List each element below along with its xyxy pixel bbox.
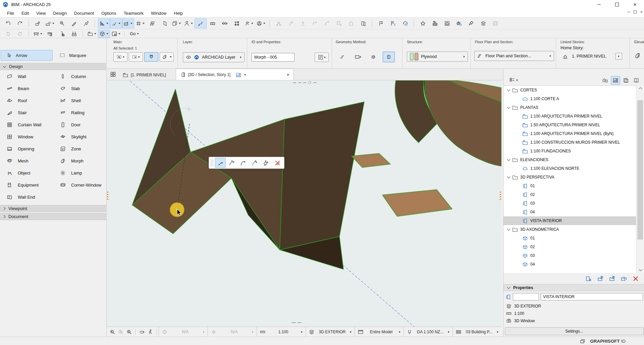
tree-row[interactable]: 01 bbox=[503, 182, 636, 190]
tree-row[interactable]: 1:100 CORTE A bbox=[503, 94, 636, 103]
scroll-down-icon[interactable] bbox=[636, 267, 644, 273]
toolbar-button[interactable] bbox=[285, 18, 297, 28]
toolbar-button[interactable] bbox=[2, 30, 14, 38]
design-tool-button[interactable]: Curtain Wall bbox=[0, 119, 53, 131]
status-option-segment[interactable]: N/A bbox=[159, 327, 208, 337]
dropdown-arrow-icon[interactable] bbox=[130, 23, 132, 24]
document-tab[interactable]: [3D / Selection, Story 1] × bbox=[176, 69, 294, 80]
design-tool-button[interactable]: Railing bbox=[53, 107, 107, 119]
design-tool-button[interactable]: Equipment bbox=[0, 179, 53, 191]
design-tool-button[interactable]: Window bbox=[0, 131, 53, 143]
menu-item[interactable]: Document bbox=[70, 9, 98, 17]
bottom-mini-control[interactable] bbox=[292, 322, 302, 323]
status-tool-button[interactable] bbox=[108, 328, 116, 336]
menu-item[interactable]: Help bbox=[170, 9, 186, 17]
status-option-segment[interactable]: N/A bbox=[208, 327, 257, 337]
toolbar-button[interactable] bbox=[122, 18, 134, 28]
expander-icon[interactable] bbox=[507, 227, 511, 231]
toolbar-button[interactable] bbox=[429, 18, 441, 28]
navigator-action-button[interactable] bbox=[620, 275, 628, 283]
editing-plane-mini-control[interactable] bbox=[293, 81, 316, 84]
status-option-segment[interactable]: 3D EXTERIOR bbox=[306, 327, 355, 337]
dropdown-arrow-icon[interactable] bbox=[118, 33, 120, 34]
design-tool-button[interactable]: Slab bbox=[53, 82, 107, 94]
toolbox-section-viewpoint[interactable]: Viewpoint bbox=[0, 205, 107, 212]
design-tool-button[interactable]: Beam bbox=[0, 82, 53, 94]
toolbar-button[interactable] bbox=[357, 18, 369, 28]
dropdown-arrow-icon[interactable] bbox=[40, 33, 42, 34]
toolbar-button[interactable] bbox=[68, 30, 80, 38]
tree-row[interactable]: 01 bbox=[503, 234, 636, 243]
toolbar-button[interactable] bbox=[297, 18, 309, 28]
toolbar-button[interactable] bbox=[44, 18, 56, 28]
toolbar-button[interactable] bbox=[243, 18, 255, 28]
navigator-map-button[interactable] bbox=[611, 76, 620, 85]
settings-button[interactable]: Settings... bbox=[505, 327, 644, 335]
menu-item[interactable]: File bbox=[3, 9, 18, 17]
toolbar-button[interactable] bbox=[32, 30, 44, 38]
main-option-button[interactable] bbox=[144, 52, 158, 62]
story-select-button[interactable] bbox=[615, 53, 622, 60]
toolbar-button[interactable] bbox=[477, 18, 489, 28]
dropdown-arrow-icon[interactable] bbox=[94, 33, 96, 34]
dropdown-arrow-icon[interactable] bbox=[263, 23, 265, 24]
tree-row[interactable]: 02 bbox=[503, 190, 636, 199]
design-tool-button[interactable]: Zone bbox=[53, 143, 107, 155]
toolbar-button[interactable] bbox=[98, 18, 110, 28]
dropdown-arrow-icon[interactable] bbox=[106, 23, 108, 24]
toolbox-section-document[interactable]: Document bbox=[0, 213, 107, 220]
tree-row[interactable]: 3D PERSPECTIVA bbox=[503, 173, 636, 182]
doc-minimize-icon[interactable] bbox=[627, 12, 630, 12]
expander-icon[interactable] bbox=[507, 175, 511, 179]
scrollbar-thumb[interactable] bbox=[637, 100, 643, 239]
minimize-button[interactable] bbox=[590, 0, 608, 9]
select-tool-button[interactable]: Marquee bbox=[54, 50, 106, 61]
menu-item[interactable]: Window bbox=[147, 9, 170, 17]
navigator-action-button[interactable] bbox=[608, 275, 616, 283]
maximize-button[interactable] bbox=[608, 0, 626, 9]
toolbar-button[interactable] bbox=[182, 18, 195, 28]
tree-row[interactable]: 1:100 ARQUITECTURA PRIMER NIVEL (ByN) bbox=[503, 129, 636, 138]
scroll-up-icon[interactable] bbox=[636, 85, 644, 91]
navigator-map-button[interactable] bbox=[632, 76, 641, 85]
toolbar-button[interactable] bbox=[333, 18, 345, 28]
design-tool-button[interactable]: Object bbox=[0, 167, 53, 179]
tree-row[interactable]: 1:50 ARQUITECTURA PRIMER NIVEL bbox=[503, 121, 636, 129]
tree-row[interactable]: 03 bbox=[503, 251, 636, 260]
tab-overflow-control[interactable] bbox=[236, 72, 246, 78]
navigator-map-button[interactable] bbox=[600, 76, 610, 85]
toolbox-section-design[interactable]: Design bbox=[0, 63, 107, 70]
toolbar-button[interactable] bbox=[146, 18, 158, 28]
dropdown-arrow-icon[interactable] bbox=[170, 56, 172, 58]
toolbar-button[interactable] bbox=[80, 18, 92, 28]
toolbar-button[interactable] bbox=[170, 18, 182, 28]
go-menu-button[interactable]: Go bbox=[128, 30, 141, 38]
toolbar-button[interactable] bbox=[387, 18, 399, 28]
view-id-input[interactable] bbox=[513, 293, 539, 300]
design-tool-button[interactable]: Stair bbox=[0, 107, 53, 119]
project-chooser-button[interactable] bbox=[509, 77, 518, 83]
dropdown-arrow-icon[interactable] bbox=[52, 23, 54, 24]
toolbar-button[interactable] bbox=[134, 18, 146, 28]
pet-palette-button[interactable] bbox=[272, 158, 283, 168]
select-tool-button[interactable]: Arrow bbox=[1, 50, 53, 61]
toolbar-button[interactable] bbox=[273, 18, 285, 28]
status-tool-button[interactable] bbox=[138, 328, 146, 336]
menu-item[interactable]: Options bbox=[98, 9, 120, 17]
toolbar-button[interactable] bbox=[86, 30, 98, 38]
toolbar-button[interactable] bbox=[14, 18, 26, 28]
morph-solids[interactable] bbox=[132, 80, 501, 269]
palette-drag-handle[interactable] bbox=[211, 159, 213, 166]
toolbar-button[interactable] bbox=[98, 30, 110, 38]
element-id-input[interactable]: Morph - 005 bbox=[252, 53, 294, 62]
geometry-method-button[interactable] bbox=[336, 52, 348, 62]
tree-row[interactable]: ELEVACIONES bbox=[503, 155, 636, 164]
toolbar-button[interactable] bbox=[195, 18, 207, 28]
main-option-button[interactable] bbox=[113, 52, 127, 62]
view-name-input[interactable]: VISTA INTERIOR bbox=[541, 293, 643, 300]
navigator-action-button[interactable] bbox=[632, 275, 640, 283]
status-option-segment[interactable]: GA 1:100 NZ... bbox=[404, 327, 452, 337]
toolbar-button[interactable] bbox=[399, 18, 411, 28]
tree-row[interactable]: VISTA INTERIOR bbox=[503, 216, 636, 225]
main-option-button[interactable] bbox=[129, 52, 143, 62]
